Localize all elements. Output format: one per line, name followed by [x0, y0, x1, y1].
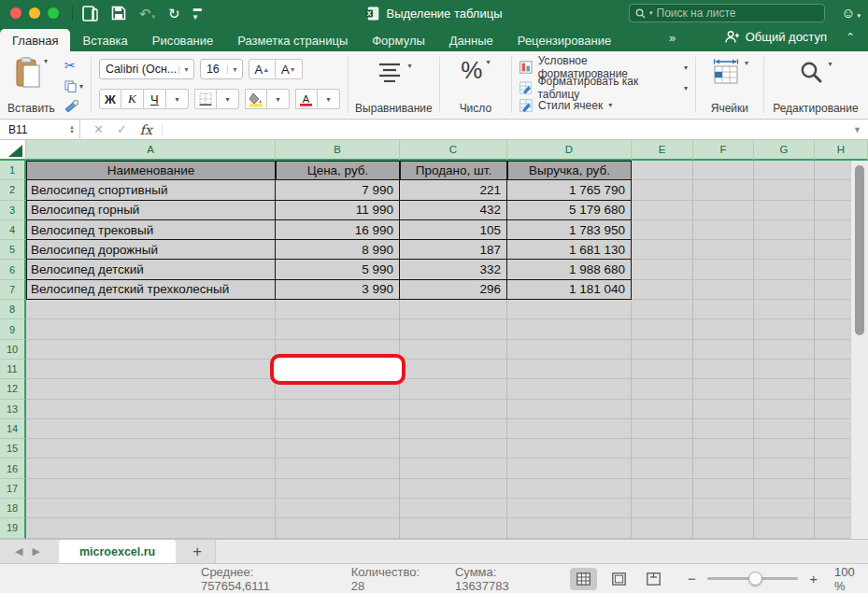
- cell-B5[interactable]: 8 990: [276, 240, 400, 260]
- number-dropdown-icon[interactable]: ▾: [486, 58, 490, 66]
- cell-E14[interactable]: [632, 419, 693, 439]
- cell-E16[interactable]: [632, 459, 693, 478]
- vertical-scrollbar[interactable]: [850, 161, 868, 539]
- zoom-window-button[interactable]: [48, 7, 59, 19]
- cell-B13[interactable]: [276, 400, 400, 419]
- cell-C7[interactable]: 296: [400, 280, 507, 300]
- alignment-dropdown-icon[interactable]: ▾: [407, 62, 411, 70]
- fill-color-dropdown-icon[interactable]: ▾: [267, 89, 290, 109]
- sheet-tab-microexcel[interactable]: microexcel.ru: [59, 540, 176, 564]
- cell-F14[interactable]: [693, 419, 754, 439]
- font-name-combo[interactable]: Calibri (Осн... ▾: [99, 59, 194, 79]
- column-header-C[interactable]: C: [400, 140, 507, 161]
- cell-A17[interactable]: [26, 479, 276, 499]
- cell-C9[interactable]: [400, 319, 507, 339]
- cell-C1[interactable]: Продано, шт.: [400, 161, 507, 180]
- cell-A4[interactable]: Велосипед трековый: [26, 220, 276, 240]
- cell-E15[interactable]: [632, 439, 693, 459]
- prev-sheet-icon[interactable]: ◀: [15, 545, 22, 558]
- cell-D19[interactable]: [507, 518, 632, 538]
- cell-A13[interactable]: [26, 400, 276, 419]
- cell-A12[interactable]: [26, 379, 276, 399]
- zoom-slider[interactable]: [707, 577, 799, 580]
- cancel-entry-icon[interactable]: ✕: [93, 122, 104, 136]
- cell-G14[interactable]: [754, 419, 815, 439]
- cell-G18[interactable]: [754, 499, 815, 518]
- minimize-window-button[interactable]: [29, 7, 40, 19]
- number-group[interactable]: % ▾ Число: [440, 51, 511, 119]
- alignment-group[interactable]: ▾ Выравнивание: [349, 51, 439, 119]
- cell-D14[interactable]: [507, 419, 632, 439]
- cell-G9[interactable]: [754, 319, 815, 339]
- cell-B4[interactable]: 16 990: [276, 220, 400, 240]
- row-header-5[interactable]: 5: [0, 240, 26, 260]
- row-header-3[interactable]: 3: [0, 201, 26, 220]
- underline-dropdown-icon[interactable]: ▾: [166, 89, 189, 109]
- row-header-12[interactable]: 12: [0, 379, 26, 399]
- cell-G8[interactable]: [754, 300, 815, 319]
- page-break-view-button[interactable]: [640, 568, 667, 590]
- ribbon-tab-рецензирование[interactable]: Рецензирование: [505, 29, 623, 51]
- cell-F4[interactable]: [693, 220, 754, 240]
- copy-button[interactable]: ▾: [64, 80, 83, 92]
- cell-F1[interactable]: [693, 161, 754, 180]
- feedback-smiley-icon[interactable]: ☺ ▾: [841, 5, 861, 21]
- cut-icon[interactable]: ✂: [64, 58, 83, 73]
- cell-D13[interactable]: [507, 400, 632, 419]
- cell-D7[interactable]: 1 181 040: [507, 280, 632, 300]
- search-input[interactable]: [657, 7, 797, 20]
- add-sheet-button[interactable]: +: [192, 543, 202, 561]
- cell-C2[interactable]: 221: [400, 180, 507, 200]
- cell-D18[interactable]: [507, 499, 632, 518]
- cell-E18[interactable]: [632, 499, 693, 518]
- next-sheet-icon[interactable]: ▶: [32, 545, 39, 558]
- cell-styles-dropdown-icon[interactable]: ▾: [608, 101, 612, 109]
- cell-E2[interactable]: [632, 180, 693, 200]
- cell-F10[interactable]: [693, 340, 754, 360]
- row-header-8[interactable]: 8: [0, 300, 26, 319]
- cell-D4[interactable]: 1 783 950: [507, 220, 632, 240]
- cell-G17[interactable]: [754, 479, 815, 499]
- cell-G2[interactable]: [754, 180, 815, 200]
- share-button[interactable]: Общий доступ: [725, 30, 827, 44]
- cell-D1[interactable]: Выручка, руб.: [507, 161, 632, 180]
- cell-G16[interactable]: [754, 459, 815, 478]
- cell-E19[interactable]: [632, 518, 693, 538]
- row-header-2[interactable]: 2: [0, 180, 26, 200]
- font-size-dropdown-icon[interactable]: ▾: [227, 65, 242, 74]
- cell-C17[interactable]: [400, 479, 507, 499]
- column-header-F[interactable]: F: [693, 140, 754, 161]
- cell-D8[interactable]: [507, 300, 632, 319]
- row-header-1[interactable]: 1: [0, 161, 26, 180]
- cell-G7[interactable]: [754, 280, 815, 300]
- select-all-corner[interactable]: [0, 140, 26, 161]
- format-as-table-dropdown-icon[interactable]: ▾: [684, 84, 688, 92]
- row-header-14[interactable]: 14: [0, 419, 26, 439]
- cell-G10[interactable]: [754, 340, 815, 360]
- conditional-formatting-dropdown-icon[interactable]: ▾: [684, 64, 688, 72]
- normal-view-button[interactable]: [570, 568, 597, 590]
- cell-D12[interactable]: [507, 379, 632, 399]
- cell-C12[interactable]: [400, 379, 507, 399]
- cell-B1[interactable]: Цена, руб.: [276, 161, 400, 180]
- cell-E4[interactable]: [632, 220, 693, 240]
- cell-G3[interactable]: [754, 201, 815, 220]
- font-size-combo[interactable]: 16 ▾: [200, 59, 243, 79]
- cell-E12[interactable]: [632, 379, 693, 399]
- cell-A19[interactable]: [26, 518, 276, 538]
- cell-A10[interactable]: [26, 340, 276, 360]
- cell-C14[interactable]: [400, 419, 507, 439]
- cell-A16[interactable]: [26, 459, 276, 478]
- new-document-icon[interactable]: [82, 6, 98, 21]
- ribbon-tab-вставка[interactable]: Вставка: [70, 29, 139, 51]
- row-header-19[interactable]: 19: [0, 518, 26, 538]
- row-header-6[interactable]: 6: [0, 260, 26, 279]
- cell-E8[interactable]: [632, 300, 693, 319]
- cell-F2[interactable]: [693, 180, 754, 200]
- cell-G19[interactable]: [754, 518, 815, 538]
- cell-E10[interactable]: [632, 340, 693, 360]
- cell-F3[interactable]: [693, 201, 754, 220]
- zoom-in-icon[interactable]: +: [809, 571, 818, 586]
- cell-styles-button[interactable]: Стили ячеек ▾: [519, 98, 688, 112]
- cell-E5[interactable]: [632, 240, 693, 260]
